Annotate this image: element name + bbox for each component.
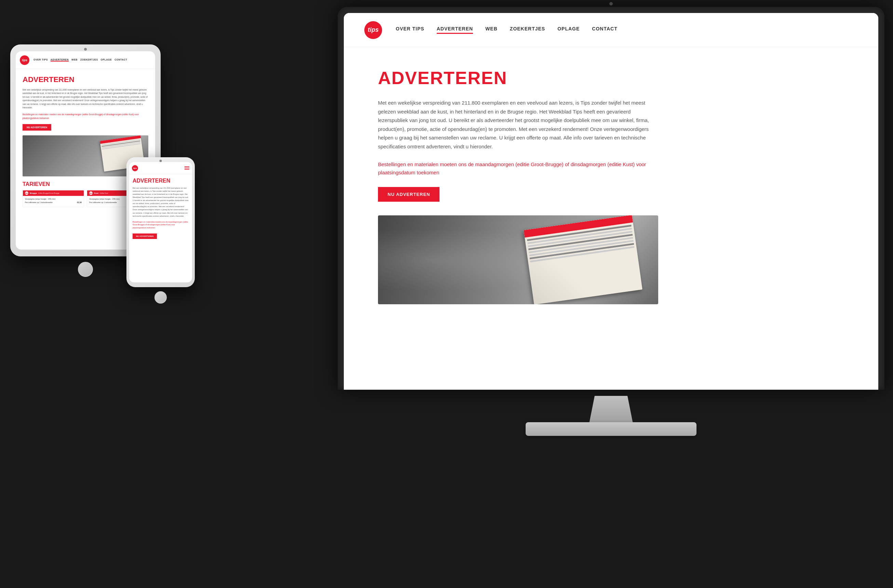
monitor-stand-base (526, 422, 696, 436)
ham-line-3 (185, 169, 189, 170)
desktop-body-text: Met een wekelijkse verspreiding van 211.… (378, 98, 658, 151)
tablet-card-brugge-body: Voorpagina (strips hoogte - 255 mm) Per … (23, 196, 84, 207)
phone-logo-text: tips (133, 167, 137, 169)
monitor-stand-neck (584, 396, 638, 423)
desktop-page-title: ADVERTEREN (378, 68, 844, 88)
nl-6 (529, 240, 634, 256)
monitor-wrapper: tips OVER TIPS ADVERTEREN WEB ZOEKERTJES… (329, 0, 893, 588)
nav-item-over-tips[interactable]: OVER TIPS (396, 26, 424, 34)
phone-body-text: Met een wekelijkse verspreiding van 211.… (132, 186, 189, 218)
phone-wrapper: tips ADVERTEREN Met een wekelijkse versp… (126, 157, 195, 301)
tablet-camera (84, 48, 87, 51)
phone-screen: tips ADVERTEREN Met een wekelijkse versp… (129, 162, 192, 283)
tablet-page-title: ADVERTEREN (23, 75, 148, 84)
desktop-main: ADVERTEREN Met een wekelijkse verspreidi… (344, 47, 878, 318)
phone-logo[interactable]: tips (132, 165, 138, 171)
tablet-card-row-2: Per millimeter op 1 kolombreedte €2,50 (25, 202, 82, 203)
phone-page-title: ADVERTEREN (132, 178, 189, 184)
nl-8 (530, 246, 634, 263)
tablet-nav-links: OVER TIPS ADVERTEREN WEB ZOEKERTJES OPLA… (33, 59, 127, 62)
tablet-row1-note: Per millimeter op 1 kolombreedte (25, 202, 53, 203)
phone-main: ADVERTEREN Met een wekelijkse verspreidi… (129, 174, 192, 283)
desktop-cta-button[interactable]: NU ADVERTEREN (378, 187, 439, 202)
phone-cta-button[interactable]: NU ADVERTEREN (132, 233, 157, 239)
tablet-card-kust-subtitle: Editie Kust (100, 192, 108, 194)
nl-2 (527, 228, 632, 244)
tablet-card-kust-title: Kust (94, 192, 98, 194)
nav-item-zoekertjes[interactable]: ZOEKERTJES (510, 26, 545, 34)
ham-line-2 (185, 168, 189, 168)
desktop-highlight-text: Bestellingen en materialen moeten ons de… (378, 160, 658, 177)
nl-7 (530, 243, 634, 259)
tablet-card-brugge: tips Brugge Editie Brugge/Groot-Brugge V… (23, 190, 84, 207)
desktop-hero-image (378, 215, 658, 304)
tablet-card-logo-text-b: tips (25, 192, 29, 194)
desktop-logo-text: tips (368, 26, 379, 33)
tablet-body-text: Met een wekelijkse verspreiding van 211.… (23, 88, 148, 110)
phone-body: tips ADVERTEREN Met een wekelijkse versp… (126, 157, 195, 287)
nav-item-adverteren[interactable]: ADVERTEREN (437, 26, 473, 34)
newspaper-header-bar (523, 215, 633, 238)
phone-nav: tips (129, 162, 192, 174)
nl-4 (528, 234, 633, 250)
nl-5 (529, 237, 633, 253)
monitor-outer-bezel: tips OVER TIPS ADVERTEREN WEB ZOEKERTJES… (338, 7, 884, 390)
tablet-nav-web[interactable]: WEB (71, 59, 78, 62)
tablet-card-logo-brugge: tips (25, 191, 29, 195)
tablet-kust-row1-note: Per millimeter op 1 kolombreedte (89, 202, 117, 203)
monitor-screen: tips OVER TIPS ADVERTEREN WEB ZOEKERTJES… (344, 13, 878, 390)
nav-item-oplage[interactable]: OPLAGE (558, 26, 580, 34)
tablet-card-logo-text-k: tips (90, 192, 93, 194)
nav-item-contact[interactable]: CONTACT (592, 26, 617, 34)
nl-3 (528, 231, 633, 247)
desktop-logo[interactable]: tips (364, 21, 382, 39)
tablet-row1-label: Voorpagina (strips hoogte - 255 mm) (25, 198, 56, 200)
tablet-cta-button[interactable]: NU ADVERTEREN (23, 124, 51, 131)
tablet-nav-zoekertjes[interactable]: ZOEKERTJES (80, 59, 98, 62)
monitor: tips OVER TIPS ADVERTEREN WEB ZOEKERTJES… (329, 7, 893, 588)
tablet-highlight: Bestellingen en materialen moeten ons de… (23, 113, 148, 120)
monitor-camera (609, 2, 613, 6)
phone-camera (159, 159, 162, 162)
desktop-nav: tips OVER TIPS ADVERTEREN WEB ZOEKERTJES… (344, 13, 878, 47)
nav-item-web[interactable]: WEB (485, 26, 498, 34)
tablet-nav: tips OVER TIPS ADVERTEREN WEB ZOEKERTJES… (16, 51, 155, 69)
phone-highlight: Bestellingen en materialen moeten ons de… (132, 221, 189, 229)
desktop-nav-links: OVER TIPS ADVERTEREN WEB ZOEKERTJES OPLA… (396, 26, 618, 34)
nl-1 (527, 225, 631, 241)
tablet-card-brugge-subtitle: Editie Brugge/Groot-Brugge (38, 192, 59, 194)
tablet-nav-adverteren[interactable]: ADVERTEREN (51, 59, 69, 62)
tablet-row1-price-brugge: €2,50 (77, 202, 82, 203)
tablet-nav-contact[interactable]: CONTACT (114, 59, 127, 62)
tablet-home-button[interactable] (78, 262, 93, 277)
monitor-inner-bezel: tips OVER TIPS ADVERTEREN WEB ZOEKERTJES… (344, 13, 878, 390)
tablet-nav-over-tips[interactable]: OVER TIPS (33, 59, 48, 62)
phone-home-button[interactable] (155, 291, 167, 304)
tablet-card-logo-kust: tips (89, 191, 93, 195)
scene: tips OVER TIPS ADVERTEREN WEB ZOEKERTJES… (0, 0, 893, 588)
tablet-card-brugge-title: Brugge (30, 192, 37, 194)
phone-hamburger-icon[interactable] (185, 167, 189, 170)
tablet-kust-row1-label: Voorpagina (strips hoogte - 255 mm) (89, 198, 120, 200)
tablet-logo-text: tips (22, 59, 27, 62)
ham-line-1 (185, 167, 189, 167)
desktop-newspaper (523, 215, 642, 304)
tablet-card-brugge-header: tips Brugge Editie Brugge/Groot-Brugge (23, 190, 84, 196)
desktop-website: tips OVER TIPS ADVERTEREN WEB ZOEKERTJES… (344, 13, 878, 390)
tablet-card-row-1: Voorpagina (strips hoogte - 255 mm) (25, 198, 82, 200)
newspaper-lines (525, 223, 637, 266)
tablet-nav-oplage[interactable]: OPLAGE (101, 59, 112, 62)
tablet-logo[interactable]: tips (20, 56, 29, 65)
